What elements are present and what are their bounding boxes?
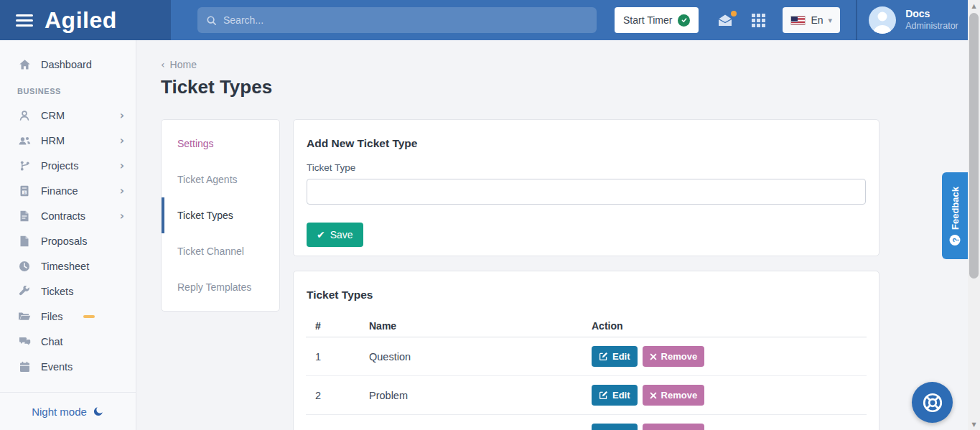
sidebar-item-label: Dashboard — [41, 59, 92, 70]
chevron-right-icon: › — [120, 184, 124, 197]
user-icon — [17, 110, 32, 121]
moon-icon — [93, 406, 104, 417]
sidebar-item-label: Finance — [41, 185, 78, 197]
sidebar-item-tickets[interactable]: Tickets — [0, 279, 136, 304]
night-mode-toggle[interactable]: Night mode — [0, 392, 136, 430]
scroll-down-arrow-icon[interactable]: ▼ — [968, 419, 980, 430]
edit-button[interactable]: Edit — [592, 424, 638, 430]
sidebar-item-crm[interactable]: CRM › — [0, 103, 136, 128]
code-branch-icon — [17, 160, 32, 172]
edit-label: Edit — [612, 390, 630, 401]
apps-grid-icon[interactable] — [752, 14, 765, 27]
user-texts: Docs Administrator — [905, 8, 958, 32]
chevron-right-icon: › — [120, 210, 124, 223]
edit-icon — [599, 391, 608, 400]
nav-item-ticket-agents[interactable]: Ticket Agents — [162, 162, 279, 197]
ticket-types-card: Ticket Types # Name Action 1 Question — [293, 271, 879, 430]
remove-button[interactable]: Remove — [643, 424, 705, 430]
settings-nav-card: Settings Ticket Agents Ticket Types Tick… — [161, 119, 280, 312]
start-timer-button[interactable]: Start Timer — [615, 7, 699, 33]
chevron-right-icon: › — [120, 134, 124, 147]
page-scrollbar[interactable]: ▲ ▼ — [968, 0, 980, 430]
ticket-type-input[interactable] — [307, 179, 866, 205]
user-name: Docs — [905, 8, 958, 21]
language-selector[interactable]: En ▾ — [783, 7, 840, 33]
comments-icon — [17, 336, 32, 347]
row-name: Question — [369, 351, 592, 363]
sidebar-item-finance[interactable]: $ Finance › — [0, 178, 136, 203]
row-number: 2 — [315, 390, 369, 401]
feedback-label: Feedback — [950, 187, 961, 230]
breadcrumb-home[interactable]: Home — [170, 59, 197, 70]
edit-button[interactable]: Edit — [592, 385, 638, 406]
table-row: 1 Question Edit Remove — [306, 337, 867, 376]
sidebar-item-hrm[interactable]: HRM › — [0, 128, 136, 153]
save-button[interactable]: ✔ Save — [307, 223, 363, 247]
svg-text:$: $ — [23, 190, 26, 194]
content-row: Settings Ticket Agents Ticket Types Tick… — [161, 119, 879, 430]
chevron-right-icon: › — [120, 159, 124, 172]
us-flag-icon — [790, 16, 806, 25]
col-number: # — [315, 320, 369, 332]
folder-open-icon — [17, 311, 32, 322]
x-icon — [650, 392, 657, 399]
sidebar-item-proposals[interactable]: Proposals — [0, 228, 136, 253]
col-name: Name — [369, 320, 592, 332]
table-row: 3 Edit Remove — [306, 415, 867, 430]
sidebar-item-label: Events — [41, 361, 73, 373]
mail-notifications-icon[interactable] — [717, 13, 734, 27]
breadcrumb[interactable]: ‹ Home — [161, 59, 980, 70]
sidebar-item-label: Timesheet — [41, 261, 89, 272]
header-right-cluster: Start Timer En ▾ — [615, 0, 958, 40]
help-lifebuoy-button[interactable] — [912, 382, 953, 423]
user-role: Administrator — [905, 21, 958, 32]
chevron-left-icon: ‹ — [161, 59, 165, 70]
lifebuoy-icon — [920, 391, 945, 415]
app-root: Agiled Start Timer E — [0, 0, 980, 430]
notification-dot — [731, 11, 737, 17]
sidebar-item-timesheet[interactable]: Timesheet — [0, 253, 136, 279]
sidebar-item-files[interactable]: Files — [0, 304, 136, 329]
table-heading: Ticket Types — [306, 289, 867, 302]
sidebar-item-projects[interactable]: Projects › — [0, 153, 136, 178]
sidebar-item-dashboard[interactable]: Dashboard — [0, 52, 136, 77]
nav-item-settings[interactable]: Settings — [162, 126, 279, 162]
calendar-icon — [17, 361, 32, 373]
sidebar-item-label: HRM — [41, 135, 65, 146]
row-actions: Edit Remove — [592, 346, 867, 367]
hamburger-menu-icon[interactable] — [16, 14, 33, 27]
search-input[interactable] — [223, 14, 588, 26]
global-search[interactable] — [197, 7, 597, 33]
scrollbar-thumb[interactable] — [969, 13, 979, 279]
table-row: 2 Problem Edit Remove — [306, 376, 867, 415]
edit-label: Edit — [612, 351, 630, 362]
caret-down-icon: ▾ — [829, 16, 833, 25]
logo-block: Agiled — [0, 0, 171, 40]
file-contract-icon — [17, 210, 32, 222]
sidebar-item-events[interactable]: Events — [0, 354, 136, 379]
nav-item-ticket-types[interactable]: Ticket Types — [162, 197, 279, 233]
sidebar-item-contracts[interactable]: Contracts › — [0, 203, 136, 228]
main-content: ‹ Home Ticket Types Settings Ticket Agen… — [136, 40, 980, 430]
sidebar-section-business: BUSINESS — [0, 77, 136, 103]
home-icon — [17, 59, 32, 70]
sidebar: Dashboard BUSINESS CRM › HRM › Projects … — [0, 40, 136, 430]
add-ticket-type-card: Add New Ticket Type Ticket Type ✔ Save — [293, 119, 879, 256]
header-divider — [856, 0, 857, 40]
edit-button[interactable]: Edit — [592, 346, 638, 367]
add-card-heading: Add New Ticket Type — [307, 137, 866, 150]
feedback-tab[interactable]: ? Feedback — [942, 172, 968, 259]
app-logo[interactable]: Agiled — [45, 7, 117, 34]
clock-icon — [17, 261, 32, 272]
remove-button[interactable]: Remove — [643, 346, 705, 367]
nav-item-ticket-channel[interactable]: Ticket Channel — [162, 233, 279, 269]
scroll-up-arrow-icon[interactable]: ▲ — [968, 0, 980, 11]
nav-item-reply-templates[interactable]: Reply Templates — [162, 269, 279, 305]
user-menu[interactable]: Docs Administrator — [869, 6, 958, 34]
sidebar-item-chat[interactable]: Chat — [0, 329, 136, 354]
remove-button[interactable]: Remove — [643, 385, 705, 406]
sidebar-item-label: Chat — [41, 336, 63, 347]
start-timer-label: Start Timer — [623, 14, 672, 26]
row-actions: Edit Remove — [592, 385, 867, 406]
row-actions: Edit Remove — [592, 424, 867, 430]
